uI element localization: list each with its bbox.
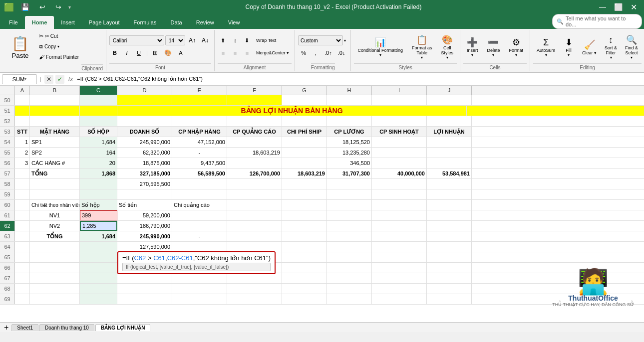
cell-a67[interactable] (15, 273, 30, 283)
cell-g56[interactable] (282, 158, 327, 168)
comma-button[interactable]: , (310, 48, 321, 58)
tab-formulas[interactable]: Formulas (127, 16, 164, 29)
sheet-tab-sheet1[interactable]: Sheet1 (11, 324, 38, 331)
cell-e62[interactable] (172, 221, 227, 231)
cell-f52[interactable] (227, 116, 282, 126)
cell-f54[interactable] (227, 137, 282, 147)
cell-j63[interactable] (427, 231, 472, 241)
cell-j53[interactable]: LỢI NHUẬN (427, 127, 472, 137)
cell-j54[interactable] (427, 137, 472, 147)
cell-a54[interactable]: 1 (15, 137, 30, 147)
cell-f61[interactable] (227, 210, 282, 220)
cell-g58[interactable] (282, 179, 327, 189)
cell-d61[interactable]: 59,200,000 (117, 210, 172, 220)
cell-g64[interactable] (282, 242, 327, 252)
cell-h57[interactable]: 31,707,300 (327, 169, 372, 178)
find-select-button[interactable]: 🔍 Find &Select ▾ (622, 33, 642, 61)
cell-a52[interactable] (15, 116, 30, 126)
col-header-e[interactable]: E (172, 86, 227, 95)
cell-b51[interactable] (30, 106, 80, 116)
cell-i53[interactable]: CP SINH HOẠT (372, 127, 427, 137)
cell-e57[interactable]: 56,589,500 (172, 169, 227, 178)
format-button[interactable]: ⚙ Format ▾ (506, 33, 527, 61)
cell-f62[interactable] (227, 221, 282, 231)
cell-c53[interactable]: SỐ HỘP (80, 127, 117, 137)
align-left-button[interactable]: ≡ (218, 48, 229, 58)
cell-a58[interactable] (15, 179, 30, 189)
decrease-font-button[interactable]: A↓ (199, 35, 211, 45)
cell-a69[interactable] (15, 294, 30, 304)
cell-g61[interactable] (282, 210, 327, 220)
cell-c68[interactable] (80, 284, 117, 294)
cell-c57[interactable]: 1,868 (80, 169, 117, 178)
cell-b57[interactable]: TỔNG (30, 169, 80, 178)
align-bottom-button[interactable]: ⬇ (242, 35, 253, 45)
close-button[interactable]: ✕ (628, 1, 640, 13)
cell-h50[interactable] (327, 95, 372, 105)
cell-b68[interactable] (30, 284, 80, 294)
cell-c61[interactable]: 399 (80, 210, 117, 220)
cell-h60[interactable] (327, 200, 372, 210)
cell-a55[interactable]: 2 (15, 148, 30, 158)
cell-d65[interactable]: =IF(C62 > C61,C62-C61,"C62 không lớn hơn… (117, 252, 172, 262)
cell-c62[interactable]: 1,285 (80, 221, 117, 231)
conditional-formatting-button[interactable]: 📊 Conditional Formatting ▾ (354, 33, 406, 61)
cell-d57[interactable]: 327,185,000 (117, 169, 172, 178)
cell-a65[interactable] (15, 252, 30, 262)
wrap-text-button[interactable]: Wrap Text (254, 35, 279, 45)
underline-button[interactable]: U (133, 48, 144, 58)
save-button[interactable]: 💾 (18, 2, 32, 12)
cell-j50[interactable] (427, 95, 472, 105)
cell-h55[interactable]: 13,235,280 (327, 148, 372, 158)
col-header-g[interactable]: G (282, 86, 327, 95)
cell-b60[interactable]: Chi tiết theo nhân viên (30, 200, 80, 210)
cell-j64[interactable] (427, 242, 472, 252)
cell-d68[interactable] (117, 284, 172, 294)
cell-b65[interactable] (30, 252, 80, 262)
tab-page-layout[interactable]: Page Layout (82, 16, 127, 29)
cell-j57[interactable]: 53,584,981 (427, 169, 472, 178)
cell-g68[interactable] (282, 284, 327, 294)
cell-g63[interactable] (282, 231, 327, 241)
align-top-button[interactable]: ⬆ (218, 35, 229, 45)
insert-button[interactable]: ➕ Insert ▾ (463, 33, 482, 61)
cell-reference-box[interactable]: SUM ▾ (2, 74, 37, 84)
align-middle-button[interactable]: ↕ (230, 35, 241, 45)
cell-i61[interactable] (372, 210, 427, 220)
cell-f60[interactable] (227, 200, 282, 210)
cut-button[interactable]: ✂ ✂ Cut (36, 31, 81, 41)
cell-h52[interactable] (327, 116, 372, 126)
cell-c55[interactable]: 164 (80, 148, 117, 158)
cell-c51[interactable] (80, 106, 117, 116)
border-button[interactable]: ⊞ (150, 48, 161, 58)
cell-i55[interactable] (372, 148, 427, 158)
cell-f57[interactable]: 126,700,000 (227, 169, 282, 178)
cell-h66[interactable] (327, 263, 372, 273)
cell-b59[interactable] (30, 189, 80, 199)
cell-b53[interactable]: MẶT HÀNG (30, 127, 80, 137)
sort-filter-button[interactable]: ↕ Sort &Filter ▾ (601, 33, 621, 61)
cell-c69[interactable] (80, 294, 117, 304)
merge-center-button[interactable]: Merge&Center ▾ (254, 48, 292, 58)
cell-a64[interactable] (15, 242, 30, 252)
cell-i56[interactable] (372, 158, 427, 168)
cell-b55[interactable]: SP2 (30, 148, 80, 158)
number-format-select[interactable]: Custom (298, 35, 343, 45)
font-size-select[interactable]: 14 (165, 35, 185, 45)
sheet-tab-revenue[interactable]: Doanh thu thang 10 (39, 324, 94, 331)
cell-h61[interactable] (327, 210, 372, 220)
fill-button[interactable]: ⬇ Fill ▾ (560, 33, 578, 61)
col-header-b[interactable]: B (30, 86, 80, 95)
cell-e50[interactable] (172, 95, 227, 105)
col-header-j[interactable]: J (427, 86, 472, 95)
increase-decimal-button[interactable]: .0↑ (322, 48, 334, 58)
cell-d62[interactable]: 186,790,000 (117, 221, 172, 231)
redo-button[interactable]: ↪ (52, 2, 64, 12)
tab-file[interactable]: File (2, 16, 25, 29)
maximize-button[interactable]: ⬜ (611, 1, 626, 13)
cell-g62[interactable] (282, 221, 327, 231)
cell-j52[interactable] (427, 116, 472, 126)
cell-f67[interactable] (227, 273, 282, 283)
col-header-a[interactable]: A (15, 86, 30, 95)
tab-insert[interactable]: Insert (54, 16, 82, 29)
